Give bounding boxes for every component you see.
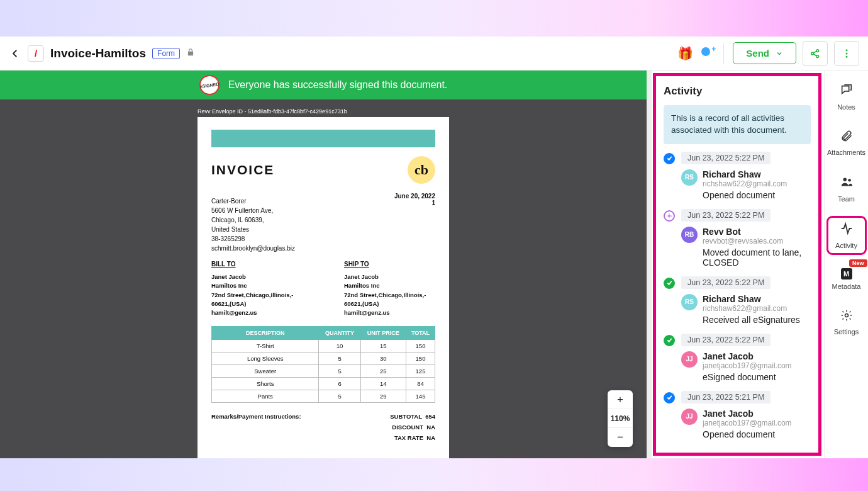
actor-email: richshaw622@gmail.com — [703, 304, 800, 313]
activity-item: Jun 23, 2022 5:22 PMRSRichard Shawrichsh… — [664, 152, 811, 200]
bill-to-label: BILL TO — [211, 261, 303, 268]
table-cell: 150 — [406, 340, 435, 353]
activity-item: Jun 23, 2022 5:21 PMJJJanet Jacobjanetja… — [664, 391, 811, 439]
table-cell: 5 — [319, 390, 360, 403]
rail-metadata[interactable]: New M Metadata — [828, 264, 865, 294]
col-desc: DESCRIPTION — [212, 327, 319, 340]
table-cell: Long Sleeves — [212, 353, 319, 365]
activity-action: Received all eSignatures — [703, 315, 800, 325]
activity-action: Opened document — [703, 429, 792, 439]
ship-to-label: SHIP TO — [344, 261, 435, 268]
table-cell: 84 — [406, 378, 435, 390]
svg-point-7 — [843, 178, 847, 182]
table-cell: 15 — [360, 340, 406, 353]
rail-attachments[interactable]: Attachments — [828, 126, 865, 160]
status-icon — [664, 392, 675, 404]
activity-actor: RSRichard Shawrichshaw622@gmail.comRecei… — [681, 294, 811, 325]
sender-line2: Chicago, IL 60639, — [211, 215, 435, 225]
table-row: Long Sleeves530150 — [212, 353, 435, 365]
svg-point-3 — [846, 49, 848, 51]
doc-title: Invoice-Hamiltos — [50, 47, 146, 60]
doc-type-icon: / — [28, 45, 44, 62]
table-cell: Sweater — [212, 365, 319, 378]
svg-point-8 — [848, 179, 851, 182]
envelope-id: Revv Envelope ID - 51ed8afb-fdb3-47fc8bf… — [198, 108, 449, 115]
activity-timestamp: Jun 23, 2022 5:22 PM — [681, 276, 771, 289]
table-row: Sweater525125 — [212, 365, 435, 378]
activity-info: This is a record of all activities assoc… — [664, 105, 811, 144]
rail-notes[interactable]: Notes — [828, 79, 865, 115]
zoom-control: + 110% − — [608, 390, 633, 447]
activity-actor: RSRichard Shawrichshaw622@gmail.comOpene… — [681, 169, 811, 200]
activity-actor: JJJanet Jacobjanetjacob197@gmail.comeSig… — [681, 351, 811, 382]
scrollbar[interactable] — [647, 71, 652, 458]
table-row: Shorts61484 — [212, 378, 435, 390]
ship-name: Janet Jacob — [344, 273, 379, 280]
avatar: JJ — [681, 351, 698, 368]
zoom-out-button[interactable]: − — [608, 428, 633, 447]
rail-activity[interactable]: Activity — [828, 218, 865, 253]
table-cell: 5 — [319, 365, 360, 378]
share-button[interactable] — [803, 41, 828, 66]
table-cell: T-Shirt — [212, 340, 319, 353]
activity-panel: Activity This is a record of all activit… — [653, 73, 821, 456]
invoice-table: DESCRIPTION QUANTITY UNIT PRICE TOTAL T-… — [211, 326, 435, 403]
send-label: Send — [746, 48, 769, 59]
ship-to-block: SHIP TO Janet Jacob Hamiltos Inc 72nd St… — [344, 261, 435, 317]
activity-title: Activity — [664, 85, 811, 98]
settings-icon — [840, 309, 853, 325]
actor-email: janetjacob197@gmail.com — [703, 419, 792, 427]
rail-settings-label: Settings — [834, 328, 859, 336]
rail-settings[interactable]: Settings — [828, 305, 865, 339]
more-button[interactable] — [834, 41, 859, 66]
avatar: RS — [681, 294, 698, 310]
notes-icon — [840, 83, 854, 100]
back-arrow-icon[interactable] — [9, 47, 21, 60]
rail-team[interactable]: Team — [828, 171, 865, 206]
rail-attachments-label: Attachments — [827, 149, 865, 156]
table-cell: 6 — [319, 378, 360, 390]
avatar: JJ — [681, 409, 698, 425]
svg-point-9 — [845, 314, 848, 317]
actor-email: richshaw622@gmail.com — [703, 179, 787, 188]
table-row: Pants529145 — [212, 390, 435, 403]
bill-address: 72nd Street,Chicago,Illinois,- 60621,(US… — [211, 291, 293, 307]
subtotal-label: SUBTOTAL — [390, 413, 422, 420]
table-cell: 25 — [360, 365, 406, 378]
send-button[interactable]: Send — [733, 42, 796, 64]
table-cell: 145 — [406, 390, 435, 403]
divider — [723, 43, 724, 64]
actor-name: Richard Shaw — [703, 294, 800, 304]
table-cell: 125 — [406, 365, 435, 378]
attachments-icon — [840, 130, 853, 145]
ship-email: hamilt@genz.us — [344, 309, 390, 316]
zoom-in-button[interactable]: + — [608, 390, 633, 409]
bill-company: Hamiltos Inc — [211, 282, 247, 289]
actor-name: Janet Jacob — [703, 409, 792, 419]
status-icon — [664, 278, 675, 289]
bill-email: hamilt@genz.us — [211, 309, 257, 316]
svg-point-4 — [846, 52, 848, 54]
activity-action: eSigned document — [703, 372, 792, 382]
table-cell: 14 — [360, 378, 406, 390]
add-user-icon[interactable]: + — [699, 46, 715, 61]
actor-name: Revv Bot — [703, 227, 811, 237]
table-cell: 29 — [360, 390, 406, 403]
actor-email: revvbot@revvsales.com — [703, 237, 811, 246]
esigned-seal-icon: eSIGNED — [198, 74, 221, 96]
totals-block: SUBTOTAL 654 DISCOUNT NA TAX RATE NA — [390, 413, 435, 445]
invoice-title: INVOICE — [211, 162, 435, 178]
sender-line4: 38-3265298 — [211, 234, 435, 244]
table-cell: Shorts — [212, 378, 319, 390]
invoice-page-no: 1 — [394, 200, 435, 206]
metadata-icon: M — [841, 268, 852, 279]
actor-email: janetjacob197@gmail.com — [703, 361, 792, 370]
gift-icon[interactable]: 🎁 — [677, 46, 693, 61]
table-cell: 10 — [319, 340, 360, 353]
signed-banner: eSIGNED Everyone has successfully signed… — [0, 71, 647, 99]
actor-name: Janet Jacob — [703, 351, 792, 361]
activity-actor: RBRevv Botrevvbot@revvsales.comMoved doc… — [681, 227, 811, 268]
zoom-value: 110% — [608, 409, 633, 428]
activity-feed[interactable]: Jun 23, 2022 5:22 PMRSRichard Shawrichsh… — [664, 152, 811, 448]
document-canvas[interactable]: eSIGNED Everyone has successfully signed… — [0, 71, 647, 458]
